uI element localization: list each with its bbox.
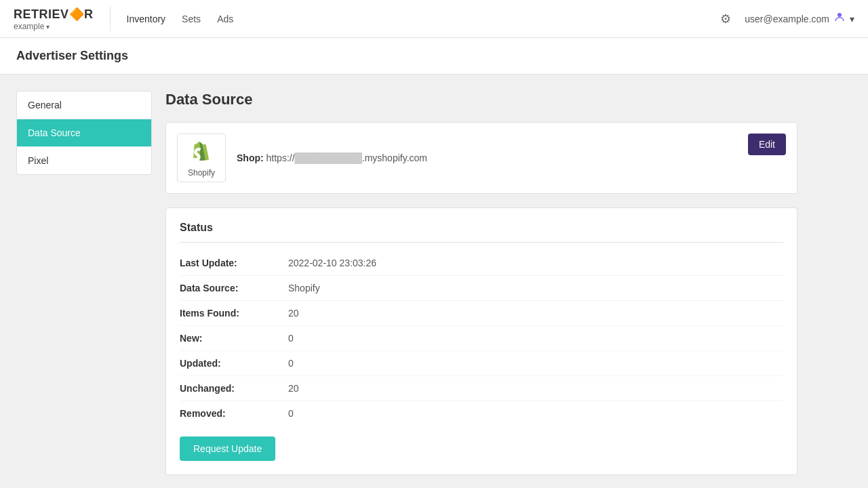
status-row-removed: Removed: 0	[180, 401, 783, 426]
status-value-datasource: Shopify	[288, 283, 320, 293]
sidebar-item-pixel[interactable]: Pixel	[17, 147, 151, 174]
section-title: Data Source	[165, 91, 797, 108]
status-value-last-update: 2022-02-10 23:03:26	[288, 258, 376, 268]
logo-text-part1: RETRIEV	[14, 7, 69, 21]
page-title: Advertiser Settings	[16, 49, 852, 63]
logo-area: RETRIEV🔶R example	[14, 7, 111, 31]
page-title-bar: Advertiser Settings	[0, 38, 868, 75]
status-row-datasource: Data Source: Shopify	[180, 276, 783, 301]
status-value-new: 0	[288, 333, 294, 344]
status-value-updated: 0	[288, 358, 294, 369]
edit-button[interactable]: Edit	[748, 134, 786, 155]
shop-url-prefix: https://	[267, 152, 295, 163]
logo: RETRIEV🔶R	[14, 7, 94, 22]
status-value-removed: 0	[288, 408, 294, 419]
status-row-updated: Updated: 0	[180, 351, 783, 376]
status-row-last-update: Last Update: 2022-02-10 23:03:26	[180, 251, 783, 276]
header-right: ⚙ user@example.com ▾	[717, 9, 854, 29]
status-title: Status	[180, 222, 783, 243]
nav-ads[interactable]: Ads	[217, 11, 233, 27]
shop-label: Shop:	[237, 152, 264, 163]
shop-url-suffix: .myshopify.com	[362, 152, 427, 163]
shopify-icon	[188, 138, 215, 165]
status-label-datasource: Data Source:	[180, 283, 288, 293]
logo-accent: 🔶	[69, 7, 85, 21]
shopify-info: Shop: https://██████████.myshopify.com	[237, 152, 786, 163]
nav-sets[interactable]: Sets	[182, 11, 201, 27]
sidebar: General Data Source Pixel	[16, 91, 152, 175]
user-icon	[833, 11, 846, 26]
status-label-new: New:	[180, 333, 288, 344]
svg-point-0	[837, 13, 842, 17]
request-update-button[interactable]: Request Update	[180, 436, 275, 461]
status-label-removed: Removed:	[180, 408, 288, 419]
sidebar-item-datasource[interactable]: Data Source	[17, 119, 151, 147]
status-label-last-update: Last Update:	[180, 258, 288, 268]
nav-inventory[interactable]: Inventory	[127, 11, 166, 27]
gear-icon: ⚙	[720, 12, 731, 26]
status-card: Status Last Update: 2022-02-10 23:03:26 …	[165, 207, 797, 475]
status-value-items-found: 20	[288, 308, 299, 319]
status-row-new: New: 0	[180, 326, 783, 351]
status-label-items-found: Items Found:	[180, 308, 288, 319]
logo-subtitle[interactable]: example	[14, 22, 94, 31]
main-nav: Inventory Sets Ads	[127, 11, 718, 27]
status-label-updated: Updated:	[180, 358, 288, 369]
shop-url-redacted: ██████████	[295, 152, 362, 163]
header: RETRIEV🔶R example Inventory Sets Ads ⚙ u…	[0, 0, 868, 38]
shop-url: Shop: https://██████████.myshopify.com	[237, 152, 786, 163]
sidebar-item-general[interactable]: General	[17, 92, 151, 119]
user-dropdown-arrow: ▾	[850, 14, 854, 24]
status-value-unchanged: 20	[288, 383, 299, 394]
logo-text-part2: R	[84, 7, 94, 21]
status-row-unchanged: Unchanged: 20	[180, 376, 783, 401]
status-label-unchanged: Unchanged:	[180, 383, 288, 394]
user-menu-button[interactable]: user@example.com ▾	[745, 11, 854, 26]
datasource-card: Shopify Shop: https://██████████.myshopi…	[165, 122, 797, 194]
main-content: General Data Source Pixel Data Source Sh…	[0, 75, 814, 488]
shopify-logo-box: Shopify	[177, 134, 226, 182]
settings-button[interactable]: ⚙	[717, 9, 734, 29]
user-email: user@example.com	[745, 14, 829, 24]
content-area: Data Source Shopify Shop: https://██████…	[165, 91, 797, 488]
status-row-items-found: Items Found: 20	[180, 301, 783, 326]
shopify-label: Shopify	[188, 168, 215, 178]
